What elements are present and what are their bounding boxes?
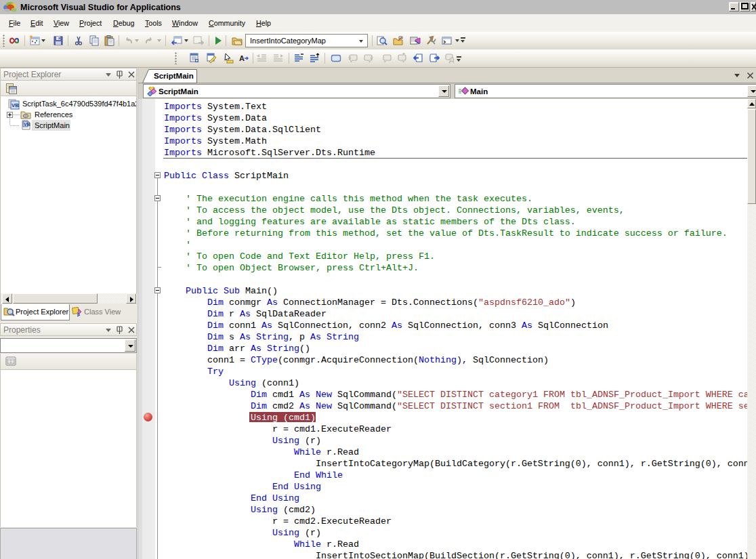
svg-text:VB: VB — [24, 122, 30, 127]
svg-text:VB: VB — [12, 102, 19, 108]
svg-text:A: A — [239, 54, 245, 62]
